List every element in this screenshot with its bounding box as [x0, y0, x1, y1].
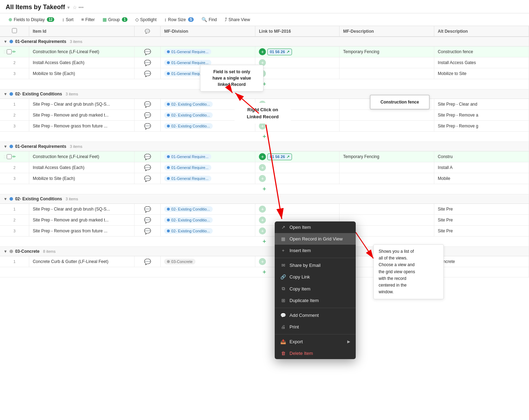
edit-icon[interactable]: ✏: [12, 49, 16, 54]
comment-cell[interactable]: 💬: [134, 151, 161, 162]
comment-bubble-icon[interactable]: 💬: [144, 112, 151, 118]
link-add-button[interactable]: +: [259, 206, 266, 213]
context-menu-item-add-comment[interactable]: 💬 Add Comment: [275, 309, 356, 321]
link-cell[interactable]: +: [255, 99, 340, 110]
row-select-cell[interactable]: 2: [0, 215, 29, 226]
row-select-cell[interactable]: 2: [0, 110, 29, 121]
row-select-cell[interactable]: 2: [0, 57, 29, 68]
dropdown-icon[interactable]: ▾: [67, 5, 70, 10]
comment-bubble-icon[interactable]: 💬: [144, 71, 151, 77]
comment-cell[interactable]: 💬: [134, 162, 161, 173]
comment-bubble-icon[interactable]: 💬: [144, 165, 151, 171]
comment-bubble-icon[interactable]: 💬: [144, 228, 151, 234]
comment-bubble-icon[interactable]: 💬: [144, 259, 151, 265]
link-cell[interactable]: +: [255, 110, 340, 121]
row-size-button[interactable]: ↕ Row Size S: [162, 15, 197, 24]
link-add-button[interactable]: +: [259, 258, 266, 265]
link-chip[interactable]: 01 56 26 ↗: [267, 49, 292, 55]
comment-cell[interactable]: 💬: [134, 226, 161, 237]
find-button[interactable]: 🔍 Find: [199, 15, 219, 24]
star-icon[interactable]: ☆: [73, 5, 77, 10]
context-menu-item-open-item[interactable]: ↗ Open Item: [275, 221, 356, 233]
group-chevron-icon[interactable]: ▼: [4, 249, 7, 253]
link-chip[interactable]: 01 56 26 ↗: [267, 153, 292, 160]
comment-bubble-icon[interactable]: 💬: [144, 176, 151, 182]
link-add-button[interactable]: +: [259, 175, 266, 182]
group-chevron-icon[interactable]: ▼: [4, 92, 7, 96]
add-row[interactable]: +: [0, 184, 529, 194]
link-cell[interactable]: +: [255, 57, 340, 68]
fields-to-display-button[interactable]: ⊕ Fields to Display 12: [6, 15, 57, 24]
comment-bubble-icon[interactable]: 💬: [144, 154, 151, 160]
comment-cell[interactable]: 💬: [134, 215, 161, 226]
context-menu-item-copy-link[interactable]: 🔗 Copy Link: [275, 271, 356, 283]
drag-handle-icon[interactable]: ::: [4, 49, 6, 54]
col-checkbox-header[interactable]: [0, 26, 29, 37]
context-menu-item-insert-item[interactable]: + Insert item: [275, 245, 356, 256]
comment-bubble-icon[interactable]: 💬: [144, 123, 151, 129]
row-select-cell[interactable]: 3: [0, 226, 29, 237]
link-edit-icon[interactable]: ↗: [286, 50, 290, 54]
row-select-cell[interactable]: 2: [0, 162, 29, 173]
row-select-cell[interactable]: 3: [0, 121, 29, 132]
comment-cell[interactable]: 💬: [134, 121, 161, 132]
link-cell[interactable]: +: [255, 68, 340, 79]
link-cell[interactable]: +: [255, 173, 340, 184]
comment-bubble-icon[interactable]: 💬: [144, 60, 151, 66]
comment-cell[interactable]: 💬: [134, 46, 161, 57]
add-row[interactable]: +: [0, 237, 529, 247]
row-checkbox[interactable]: [7, 154, 12, 159]
group-chevron-icon[interactable]: ▼: [4, 197, 7, 201]
add-item-button[interactable]: +: [262, 238, 266, 245]
link-cell[interactable]: + 01 56 26 ↗: [255, 46, 340, 57]
filter-button[interactable]: ≡ Filter: [79, 15, 98, 24]
link-add-button[interactable]: +: [259, 164, 266, 171]
link-add-button[interactable]: +: [259, 153, 266, 160]
comment-cell[interactable]: 💬: [134, 99, 161, 110]
row-select-cell[interactable]: 3: [0, 68, 29, 79]
add-item-button[interactable]: +: [262, 81, 266, 88]
add-item-button[interactable]: +: [262, 186, 266, 193]
comment-cell[interactable]: 💬: [134, 110, 161, 121]
add-row[interactable]: +: [0, 132, 529, 142]
comment-bubble-icon[interactable]: 💬: [144, 49, 151, 55]
comment-bubble-icon[interactable]: 💬: [144, 206, 151, 212]
share-view-button[interactable]: ⤴ Share View: [222, 15, 253, 24]
row-select-cell[interactable]: :: ✏: [0, 46, 29, 57]
comment-cell[interactable]: 💬: [134, 256, 161, 267]
context-menu-item-copy-item[interactable]: ⧉ Copy Item: [275, 283, 356, 295]
comment-cell[interactable]: 💬: [134, 57, 161, 68]
link-cell[interactable]: +: [255, 121, 340, 132]
comment-bubble-icon[interactable]: 💬: [144, 217, 151, 223]
link-add-button[interactable]: +: [259, 48, 266, 55]
more-icon[interactable]: •••: [79, 5, 84, 10]
row-select-cell[interactable]: :: ✏: [0, 151, 29, 162]
group-button[interactable]: ▦ Group 1: [100, 15, 130, 24]
link-add-button[interactable]: +: [259, 101, 266, 108]
comment-cell[interactable]: 💬: [134, 204, 161, 215]
comment-cell[interactable]: 💬: [134, 68, 161, 79]
link-cell[interactable]: + 01 56 26 ↗: [255, 151, 340, 162]
add-item-button[interactable]: +: [262, 269, 266, 276]
row-select-cell[interactable]: 1: [0, 204, 29, 215]
drag-handle-icon[interactable]: ::: [4, 154, 6, 159]
group-chevron-icon[interactable]: ▼: [4, 144, 7, 149]
link-edit-icon[interactable]: ↗: [286, 155, 290, 159]
row-checkbox[interactable]: [7, 49, 12, 54]
edit-icon[interactable]: ✏: [12, 154, 16, 159]
context-menu-item-export[interactable]: 📤 Export ▶: [275, 336, 356, 347]
link-cell[interactable]: +: [255, 204, 340, 215]
link-add-button[interactable]: +: [259, 217, 266, 224]
link-add-button[interactable]: +: [259, 112, 266, 119]
add-row[interactable]: +: [0, 267, 529, 277]
sort-button[interactable]: ↕ Sort: [59, 15, 76, 24]
context-menu-item-delete-item[interactable]: 🗑 Delete Item: [275, 347, 356, 359]
link-add-button[interactable]: +: [259, 59, 266, 66]
spotlight-button[interactable]: ◇ Spotlight: [132, 15, 160, 24]
context-menu-item-print[interactable]: 🖨 Print: [275, 321, 356, 333]
link-add-button[interactable]: +: [259, 227, 266, 234]
link-cell[interactable]: +: [255, 162, 340, 173]
comment-bubble-icon[interactable]: 💬: [144, 101, 151, 107]
context-menu-item-open-grid[interactable]: ▦ Open Record in Grid View: [275, 233, 356, 245]
row-select-cell[interactable]: 1: [0, 256, 29, 267]
